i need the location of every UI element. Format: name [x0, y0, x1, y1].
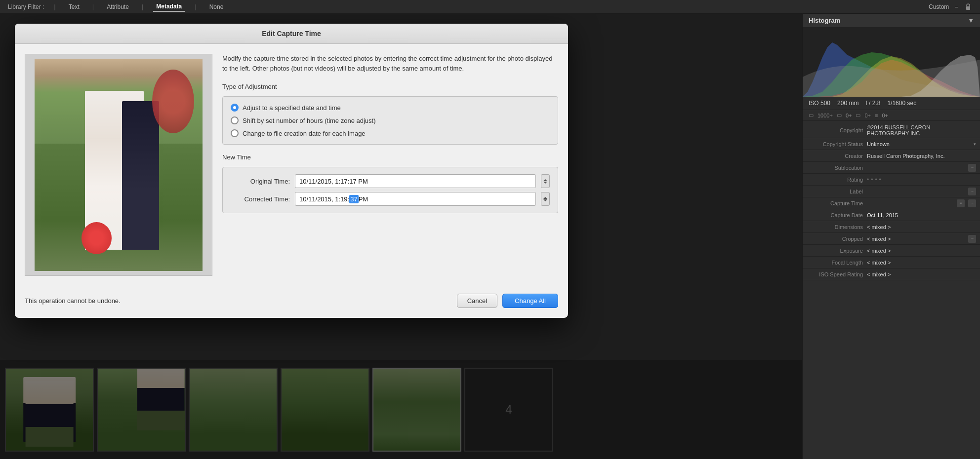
cancel-button[interactable]: Cancel	[457, 294, 497, 308]
panel-counts: ▭ 1000+ ▭ 0+ ▭ 0+ ≡ 0+	[803, 110, 980, 121]
histogram-title: Histogram	[809, 17, 840, 24]
spinner-up-icon[interactable]	[543, 179, 547, 181]
adjustment-section-title: Type of Adjustment	[222, 83, 558, 90]
tab-attribute[interactable]: Attribute	[104, 2, 132, 11]
rating-label: Rating	[803, 177, 867, 183]
tab-none[interactable]: None	[206, 2, 227, 11]
corrected-time-row: Corrected Time: 10/11/2015, 1:19:37 PM	[231, 192, 550, 206]
corrected-spinner-down-icon[interactable]	[543, 199, 547, 201]
shutter-value: 1/1600 sec	[887, 100, 916, 107]
star-1[interactable]: •	[867, 176, 869, 183]
radio-file-creation[interactable]	[231, 129, 239, 137]
rating-stars[interactable]: • • • •	[867, 176, 881, 183]
dialog-right-content: Modify the capture time stored in the se…	[222, 54, 558, 276]
corrected-time-suffix: PM	[359, 195, 368, 203]
capture-time-label: Capture Time	[803, 200, 867, 206]
rating-row: Rating • • • •	[803, 174, 980, 186]
right-panel: Histogram ▼ ISO	[802, 14, 980, 459]
original-time-spinner[interactable]	[541, 174, 550, 188]
spinner-down-icon[interactable]	[543, 182, 547, 184]
corrected-time-input[interactable]: 10/11/2015, 1:19:37 PM	[295, 192, 536, 206]
star-2[interactable]: •	[871, 176, 873, 183]
top-bar: Library Filter : | Text | Attribute | Me…	[0, 0, 980, 14]
capture-time-icon[interactable]: ≡	[957, 199, 965, 207]
tab-text[interactable]: Text	[66, 2, 82, 11]
capture-date-value: Oct 11, 2015	[867, 212, 976, 218]
cropped-value: < mixed >	[867, 236, 966, 242]
focal-length-label: Focal Length	[803, 260, 867, 266]
corrected-time-prefix: 10/11/2015, 1:19:	[299, 195, 349, 203]
iso-speed-value: < mixed >	[867, 271, 976, 277]
change-all-button[interactable]: Change All	[502, 294, 558, 308]
undone-warning: This operation cannot be undone.	[25, 297, 121, 305]
new-time-box: Original Time: 10/11/2015, 1:17:17 PM Co…	[222, 167, 558, 213]
corrected-time-label: Corrected Time:	[231, 195, 290, 203]
histogram-header: Histogram ▼	[803, 14, 980, 28]
iso-speed-label: ISO Speed Rating	[803, 271, 867, 277]
corrected-spinner-up-icon[interactable]	[543, 197, 547, 199]
count-icon-4: ≡	[875, 113, 878, 118]
radio-label-2: Shift by set number of hours (time zone …	[243, 117, 376, 124]
custom-label: Custom	[929, 3, 949, 10]
radio-row-2[interactable]: Shift by set number of hours (time zone …	[231, 116, 550, 124]
copyright-status-value: Unknown	[867, 141, 972, 147]
copyright-row: Copyright ©2014 RUSSELL CARON PHOTOGRAPH…	[803, 123, 980, 138]
new-time-section-title: New Time	[222, 153, 558, 161]
focal-length-meta-value: < mixed >	[867, 260, 976, 266]
label-arrow[interactable]: →	[968, 188, 976, 195]
center-area: 4 Edit Capture Time	[0, 14, 802, 459]
count-icon-2: ▭	[837, 112, 842, 118]
dimensions-value: < mixed >	[867, 224, 976, 230]
focal-length-row: Focal Length < mixed >	[803, 257, 980, 268]
dropdown-icon[interactable]: ▾	[974, 142, 976, 147]
capture-date-row: Capture Date Oct 11, 2015	[803, 209, 980, 221]
star-4[interactable]: •	[879, 176, 881, 183]
original-time-input[interactable]: 10/11/2015, 1:17:17 PM	[295, 174, 536, 188]
radio-shift-hours[interactable]	[231, 116, 239, 124]
dialog-photo-preview	[25, 54, 212, 276]
tab-metadata[interactable]: Metadata	[153, 2, 185, 12]
cropped-row: Cropped < mixed > →	[803, 233, 980, 245]
count-2: 0+	[846, 113, 852, 118]
aperture-value: f / 2.8	[865, 100, 880, 107]
histogram-chevron[interactable]: ▼	[968, 17, 974, 24]
capture-time-arrow[interactable]: →	[968, 199, 976, 207]
cropped-arrow[interactable]: →	[968, 235, 976, 243]
original-time-label: Original Time:	[231, 178, 290, 185]
dimensions-label: Dimensions	[803, 224, 867, 230]
radio-row-1[interactable]: Adjust to a specified date and time	[231, 104, 550, 112]
copyright-status-label: Copyright Status	[803, 141, 867, 147]
dialog-title: Edit Capture Time	[15, 24, 568, 44]
edit-capture-time-dialog: Edit Capture Time	[15, 24, 568, 318]
creator-label: Creator	[803, 153, 867, 159]
capture-date-label: Capture Date	[803, 212, 867, 218]
sublocation-label: Sublocation	[803, 165, 867, 171]
sublocation-arrow[interactable]: →	[968, 164, 976, 172]
radio-label-1: Adjust to a specified date and time	[243, 104, 341, 112]
dimensions-row: Dimensions < mixed >	[803, 221, 980, 233]
star-3[interactable]: •	[875, 176, 877, 183]
dialog-body: Modify the capture time stored in the se…	[15, 44, 568, 286]
dialog-photo-inner	[35, 59, 203, 271]
capture-time-row: Capture Time ≡ →	[803, 197, 980, 209]
lock-icon	[964, 3, 972, 11]
radio-row-3[interactable]: Change to file creation date for each im…	[231, 129, 550, 137]
exposure-value: < mixed >	[867, 248, 976, 254]
dialog-description: Modify the capture time stored in the se…	[222, 54, 558, 73]
metadata-section: Copyright ©2014 RUSSELL CARON PHOTOGRAPH…	[803, 121, 980, 459]
original-time-value: 10/11/2015, 1:17:17 PM	[299, 178, 368, 185]
svg-rect-0	[966, 6, 970, 10]
iso-row: ISO Speed Rating < mixed >	[803, 268, 980, 280]
focal-length-value: 200 mm	[837, 100, 858, 107]
copyright-label: Copyright	[803, 127, 867, 133]
cropped-label: Cropped	[803, 236, 867, 242]
count-icon-3: ▭	[856, 112, 860, 118]
corrected-time-spinner[interactable]	[541, 192, 550, 206]
count-4: 0+	[882, 113, 888, 118]
creator-value: Russell Caron Photography, Inc.	[867, 153, 976, 159]
dialog-footer: This operation cannot be undone. Cancel …	[15, 286, 568, 318]
copyright-value-2: PHOTOGRAPHY INC	[867, 130, 976, 136]
radio-adjust-date[interactable]	[231, 104, 239, 112]
radio-label-3: Change to file creation date for each im…	[243, 130, 366, 137]
iso-value: ISO 500	[809, 100, 830, 107]
